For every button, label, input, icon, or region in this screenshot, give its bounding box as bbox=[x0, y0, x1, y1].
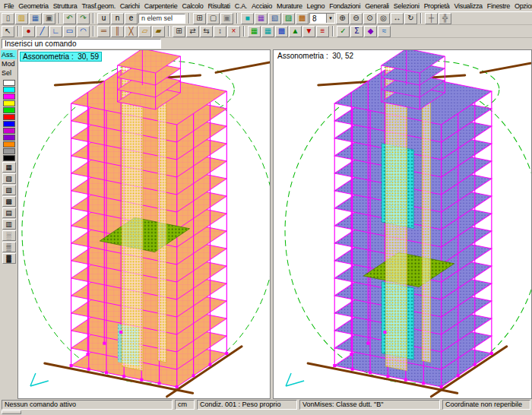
zoom-extents-icon[interactable]: ◎ bbox=[377, 13, 390, 24]
view-numbering-icon[interactable]: ▩ bbox=[296, 13, 309, 24]
print-icon[interactable]: ▣ bbox=[43, 13, 55, 24]
view-results-icon[interactable]: ◆ bbox=[364, 26, 377, 37]
color-swatch-11[interactable] bbox=[3, 155, 15, 161]
menu-item-legno[interactable]: Legno bbox=[305, 2, 328, 11]
menu-item-visualizza[interactable]: Visualizza bbox=[451, 2, 484, 11]
point-load-icon[interactable]: ▼ bbox=[302, 26, 315, 37]
command-input[interactable] bbox=[2, 39, 161, 49]
view-hidden-lines-icon[interactable]: ▧ bbox=[268, 13, 281, 24]
right-view-canvas[interactable] bbox=[274, 50, 531, 398]
pattern-button-4[interactable]: ▤ bbox=[2, 208, 16, 218]
truss-element-icon[interactable]: ╳ bbox=[125, 26, 138, 37]
zoom-window-icon[interactable]: ⊙ bbox=[363, 13, 376, 24]
draw-polyline-icon[interactable]: ∟ bbox=[49, 26, 62, 37]
menu-item-carpenterie[interactable]: Carpenterie bbox=[142, 2, 180, 11]
fill-style-button-2[interactable]: ▓ bbox=[2, 253, 16, 264]
sidebar-tab-ass[interactable]: Ass. bbox=[1, 50, 17, 59]
draw-arc-icon[interactable]: ◠ bbox=[77, 26, 90, 37]
mode-u-icon[interactable]: u bbox=[97, 13, 110, 24]
color-swatch-3[interactable] bbox=[3, 100, 15, 106]
diagram-view-icon[interactable]: ≈ bbox=[378, 26, 391, 37]
mode-e-icon[interactable]: e bbox=[125, 13, 138, 24]
support-element-icon[interactable]: ▲ bbox=[289, 26, 302, 37]
new-file-icon[interactable]: ▯ bbox=[2, 13, 14, 24]
zoom-out-icon[interactable]: ⊖ bbox=[350, 13, 363, 24]
color-swatch-1[interactable] bbox=[3, 87, 15, 93]
menu-item-trasfgeom[interactable]: Trasf.geom. bbox=[79, 2, 117, 11]
fill-style-button-0[interactable]: ░ bbox=[2, 230, 16, 241]
menu-item-carichi[interactable]: Carichi bbox=[118, 2, 142, 11]
stretch-elements-icon[interactable]: ↕ bbox=[214, 26, 226, 37]
mirror-elements-icon[interactable]: ⇆ bbox=[200, 26, 213, 37]
chevron-down-icon[interactable]: ▼ bbox=[326, 14, 334, 23]
save-icon[interactable]: ▦ bbox=[29, 13, 42, 24]
menu-item-generali[interactable]: Generali bbox=[363, 2, 391, 11]
sidebar-tab-mod[interactable]: Mod bbox=[1, 59, 17, 68]
sidebar-tab-sel[interactable]: Sel bbox=[1, 68, 17, 78]
menu-item-risultati[interactable]: Risultati bbox=[205, 2, 232, 11]
pattern-button-5[interactable]: ▥ bbox=[2, 219, 16, 230]
color-swatch-9[interactable] bbox=[3, 141, 15, 147]
menu-item-opzioni[interactable]: Opzioni bbox=[512, 2, 532, 11]
menu-item-selezioni[interactable]: Selezioni bbox=[391, 2, 422, 11]
color-swatch-10[interactable] bbox=[3, 148, 15, 154]
mesh-refine-icon[interactable]: ▩ bbox=[275, 26, 288, 37]
slab-element-icon[interactable]: ▱ bbox=[138, 26, 151, 37]
color-swatch-5[interactable] bbox=[3, 114, 15, 120]
zoom-in-icon[interactable]: ⊕ bbox=[336, 13, 349, 24]
draw-line-icon[interactable]: ╱ bbox=[36, 26, 49, 37]
menu-item-acciaio[interactable]: Acciaio bbox=[249, 2, 274, 11]
color-swatch-2[interactable] bbox=[3, 93, 15, 100]
color-swatch-6[interactable] bbox=[3, 121, 15, 127]
zoom-level-select[interactable]: 8▼ bbox=[309, 13, 335, 24]
view-render-icon[interactable]: ▨ bbox=[282, 13, 295, 24]
menu-item-propriet[interactable]: Proprietà bbox=[422, 2, 452, 11]
resize-grip[interactable] bbox=[2, 410, 21, 414]
mesh-slab-icon[interactable]: ▦ bbox=[248, 26, 261, 37]
menu-item-murature[interactable]: Murature bbox=[274, 2, 305, 11]
color-swatch-4[interactable] bbox=[3, 107, 15, 113]
menu-item-ca[interactable]: C.A. bbox=[233, 2, 249, 11]
axes-toggle-icon[interactable]: ┼ bbox=[425, 13, 438, 24]
open-folder-icon[interactable]: ▥ bbox=[15, 13, 28, 24]
draw-rect-icon[interactable]: ▭ bbox=[63, 26, 76, 37]
run-calculation-icon[interactable]: Σ bbox=[350, 26, 363, 37]
grid-toggle-icon[interactable]: ╬ bbox=[439, 13, 451, 24]
menu-item-struttura[interactable]: Struttura bbox=[51, 2, 80, 11]
view-wireframe-icon[interactable]: ▦ bbox=[255, 13, 268, 24]
color-swatch-7[interactable] bbox=[3, 128, 15, 134]
menu-item-fondazioni[interactable]: Fondazioni bbox=[327, 2, 363, 11]
fill-style-button-1[interactable]: ▒ bbox=[2, 242, 16, 252]
pattern-button-3[interactable]: ▩ bbox=[2, 196, 16, 207]
right-viewport[interactable]: Assonometria : 30, 52 bbox=[273, 49, 532, 399]
distributed-load-icon[interactable]: ≡ bbox=[316, 26, 329, 37]
pattern-button-0[interactable]: ▦ bbox=[2, 162, 16, 173]
delete-elements-icon[interactable]: × bbox=[227, 26, 240, 37]
menu-item-calcolo[interactable]: Calcolo bbox=[180, 2, 206, 11]
menu-item-file[interactable]: File bbox=[2, 2, 16, 11]
view-solid-icon[interactable]: ■ bbox=[241, 13, 254, 24]
color-swatch-8[interactable] bbox=[3, 135, 15, 141]
draw-node-icon[interactable]: ● bbox=[22, 26, 35, 37]
pattern-button-2[interactable]: ▨ bbox=[2, 185, 16, 195]
undo-icon[interactable]: ↶ bbox=[63, 13, 76, 24]
beam-element-icon[interactable]: ═ bbox=[97, 26, 110, 37]
check-model-icon[interactable]: ✓ bbox=[337, 26, 350, 37]
mesh-wall-icon[interactable]: ▦ bbox=[261, 26, 274, 37]
left-view-canvas[interactable] bbox=[18, 50, 270, 398]
left-viewport[interactable]: Assonometria : 30, 59 bbox=[17, 49, 271, 399]
menu-item-geometria[interactable]: Geometria bbox=[16, 2, 50, 11]
select-arrow-icon[interactable]: ↖ bbox=[2, 26, 14, 37]
column-element-icon[interactable]: ║ bbox=[111, 26, 124, 37]
select-single-icon[interactable]: ⊞ bbox=[193, 13, 206, 24]
wall-element-icon[interactable]: ▰ bbox=[152, 26, 165, 37]
menu-item-finestre[interactable]: Finestre bbox=[485, 2, 512, 11]
copy-elements-icon[interactable]: ⊞ bbox=[173, 26, 185, 37]
redo-icon[interactable]: ↷ bbox=[77, 13, 90, 24]
color-swatch-0[interactable] bbox=[3, 80, 15, 86]
select-window-icon[interactable]: ▢ bbox=[207, 13, 220, 24]
move-elements-icon[interactable]: ⇄ bbox=[186, 26, 199, 37]
rotate-view-icon[interactable]: ↻ bbox=[404, 13, 417, 24]
deselect-all-icon[interactable]: ▣ bbox=[220, 13, 233, 24]
pan-view-icon[interactable]: ↔ bbox=[391, 13, 404, 24]
